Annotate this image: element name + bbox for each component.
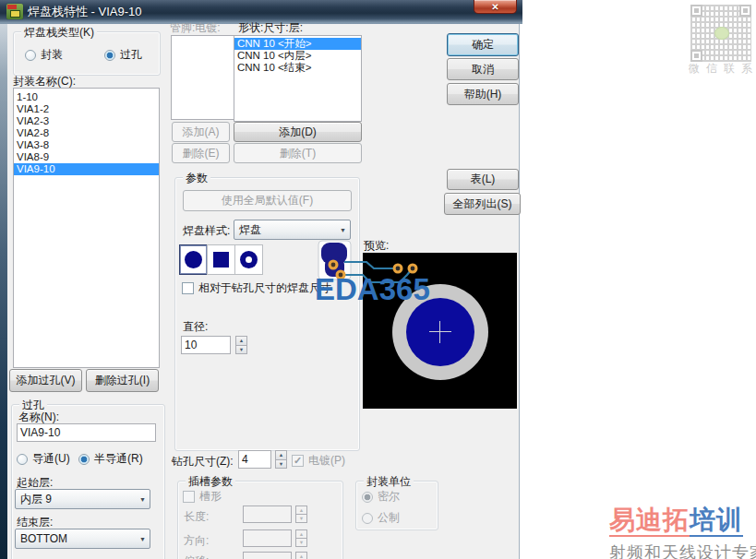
spin-up-icon: ▲ [295,552,307,559]
list-item[interactable]: CNN 10 <结束> [234,62,361,74]
yditu-title-blue: 培训 [690,505,743,537]
slot-orientation-label: 方向: [184,533,209,549]
qr-code-watermark [690,5,751,62]
padstack-type-group-label: 焊盘栈类型(K) [21,25,97,41]
radio-metric-icon [362,513,373,524]
yditu-logo-watermark: 易迪拓培训 射频和天线设计专家 [609,503,756,559]
chevron-down-icon: ▼ [340,227,346,233]
slotted-checkbox [183,491,195,503]
shape-remove-button[interactable]: 删除(T) [234,143,362,163]
shape-add-button-label: 添加(D) [279,125,317,140]
drill-size-input[interactable]: 4 [238,450,271,469]
slotted-label: 槽形 [199,489,222,505]
use-global-defaults-button[interactable]: 使用全局默认值(F) [183,190,352,211]
square-pad-icon [213,252,229,268]
spin-down-icon[interactable]: ▼ [275,460,287,470]
remove-via-button[interactable]: 删除过孔(I) [86,369,159,392]
pin-add-button[interactable]: 添加(A) [172,122,230,142]
pin-remove-button[interactable]: 删除(E) [172,143,230,163]
list-item[interactable]: VIA2-8 [14,127,159,139]
plated-checkbox [292,455,304,467]
list-item[interactable]: CNN 10 <内层> [234,50,361,62]
pin-remove-button-label: 删除(E) [183,146,220,161]
shape-add-button[interactable]: 添加(D) [234,122,362,142]
list-all-button[interactable]: 全部列出(S) [444,193,521,215]
pad-shape-donut-button[interactable] [234,244,263,275]
drill-size-spinner[interactable]: ▲ ▼ [275,450,287,469]
spin-up-icon[interactable]: ▲ [235,336,247,346]
shape-listbox[interactable]: CNN 10 <开始>CNN 10 <内层>CNN 10 <结束> [234,35,362,122]
pad-style-label: 焊盘样式: [183,223,230,239]
add-via-button[interactable]: 添加过孔(V) [9,369,82,392]
radio-metric-row: 公制 [362,510,400,526]
pin-add-button-label: 添加(A) [183,125,220,140]
list-item[interactable]: VIA9-10 [14,163,159,175]
radio-decal-label: 封装 [41,47,63,63]
pad-shape-circle-button[interactable] [179,244,208,275]
radio-mils-row: 密尔 [362,489,400,505]
spin-up-icon: ▲ [295,505,307,515]
spin-up-icon: ▲ [295,529,307,539]
preview-crosshair [429,331,451,332]
radio-decal[interactable]: 封装 [25,47,63,63]
slot-length-label: 长度: [184,509,209,525]
close-icon: ✕ [491,2,498,12]
dialog-title: 焊盘栈特性 - VIA9-10 [28,0,142,23]
table-button[interactable]: 表(L) [447,169,519,190]
list-item[interactable]: VIA8-9 [14,151,159,163]
diameter-value: 10 [185,339,197,351]
shape-list-label: 形状:尺寸:层: [238,20,303,36]
slot-group-label: 插槽参数 [186,474,235,490]
radio-via[interactable]: 过孔 [104,47,142,63]
radio-through[interactable]: 导通(U) [17,451,70,467]
radio-through-label: 导通(U) [32,451,70,467]
qr-finder-icon [739,5,751,17]
eda365-text-watermark: EDA365 [315,272,430,308]
close-button[interactable]: ✕ [474,0,517,14]
via-name-value: VIA9-10 [20,426,60,439]
list-item[interactable]: 1-10 [14,91,159,103]
preview-crosshair [439,321,440,343]
decal-listbox[interactable]: 1-10VIA1-2VIA2-3VIA2-8VIA3-8VIA8-9VIA9-1… [13,88,160,368]
spin-down-icon: ▼ [295,539,307,547]
ok-button-label: 确定 [472,37,494,53]
list-item[interactable]: CNN 10 <开始> [234,38,361,50]
diameter-input[interactable]: 10 [181,336,231,354]
qr-caption: 微信联系 [689,61,756,77]
list-item[interactable]: VIA1-2 [14,103,159,115]
pin-plated-listbox[interactable] [171,35,238,120]
drill-size-value: 4 [242,453,248,466]
table-button-label: 表(L) [471,172,496,187]
spin-down-icon[interactable]: ▼ [235,346,247,355]
spin-up-icon[interactable]: ▲ [275,450,287,460]
via-name-input[interactable]: VIA9-10 [17,423,156,442]
spin-down-icon: ▼ [295,515,307,523]
radio-decal-icon [25,50,36,61]
yditu-subtitle: 射频和天线设计专家 [609,541,756,559]
units-group-label: 封装单位 [364,474,414,490]
add-via-button-label: 添加过孔(V) [17,373,76,388]
list-item[interactable]: VIA2-3 [14,115,159,127]
diameter-spinner[interactable]: ▲ ▼ [235,336,247,354]
help-button[interactable]: 帮助(H) [447,83,519,105]
slot-length-spinner: ▲ ▼ [295,505,307,523]
list-item[interactable]: VIA3-8 [14,139,159,151]
end-layer-combo[interactable]: BOTTOM ▼ [15,529,150,549]
qr-finder-icon [690,5,702,17]
start-layer-combo[interactable]: 内层 9 ▼ [15,489,150,509]
relative-size-checkbox[interactable] [182,282,194,294]
radio-via-icon [104,50,115,61]
donut-pad-icon [240,251,258,268]
radio-mils-icon [362,492,373,503]
pads-app-icon [6,4,23,19]
remove-via-button-label: 删除过孔(I) [95,373,150,388]
pad-shape-square-button[interactable] [207,244,235,275]
radio-partial-icon [78,454,90,465]
slot-offset-label: 偏移: [184,553,209,559]
cancel-button[interactable]: 取消 [447,58,519,80]
radio-mils-label: 密尔 [378,489,400,505]
ok-button[interactable]: 确定 [447,33,519,56]
radio-metric-label: 公制 [378,510,400,526]
radio-partial[interactable]: 半导通(R) [78,451,143,467]
slotted-checkbox-row: 槽形 [183,489,222,505]
